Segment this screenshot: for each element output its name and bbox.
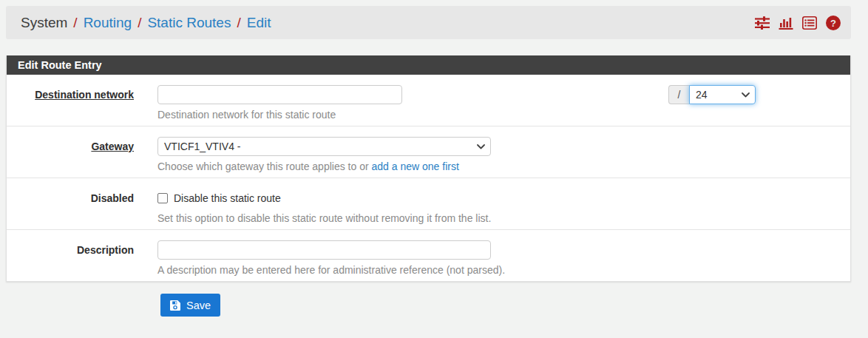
field-row-disabled: Disabled Disable this static route Set t… [7,178,850,229]
bar-chart-icon[interactable] [779,16,793,30]
destination-network-help: Destination network for this static rout… [157,109,850,121]
panel-title: Edit Route Entry [7,55,850,75]
gateway-select[interactable]: VTICF1_VTIV4 - [157,137,491,156]
breadcrumb-separator: / [132,15,147,31]
field-row-gateway: Gateway VTICF1_VTIV4 - Choose which gate… [7,126,850,178]
chevron-down-icon [477,144,485,149]
subnet-mask-value: 24 [696,89,708,101]
save-button[interactable]: Save [160,294,220,317]
disabled-help: Set this option to disable this static r… [157,212,850,224]
save-button-label: Save [186,300,211,311]
description-input[interactable] [157,240,491,260]
gateway-label: Gateway [7,137,157,172]
add-gateway-link[interactable]: add a new one first [372,160,459,172]
disable-route-checkbox-label: Disable this static route [174,189,281,208]
help-icon[interactable]: ? [826,16,841,30]
subnet-mask-select[interactable]: 24 [689,85,756,104]
save-icon [170,300,180,311]
breadcrumb-link-routing[interactable]: Routing [84,15,132,31]
edit-route-entry-panel: Edit Route Entry Destination network / 2… [6,55,851,282]
breadcrumb-separator: / [67,15,83,31]
disabled-label: Disabled [7,189,157,224]
gateway-help-text: Choose which gateway this route applies … [157,160,372,172]
breadcrumb-bar: System / Routing / Static Routes / Edit [6,6,851,39]
breadcrumb: System / Routing / Static Routes / Edit [21,15,271,31]
list-alt-icon[interactable] [802,16,817,30]
description-help: A description may be entered here for ad… [157,264,850,276]
chevron-down-icon [742,92,750,98]
quick-link-icons: ? [755,16,841,30]
gateway-selected-value: VTICF1_VTIV4 - [164,141,240,152]
breadcrumb-separator: / [231,15,246,31]
field-row-description: Description A description may be entered… [7,229,850,281]
subnet-mask-group: / 24 [668,85,756,104]
breadcrumb-system: System [21,15,67,31]
destination-network-label: Destination network [7,85,157,121]
gateway-help: Choose which gateway this route applies … [157,160,850,172]
destination-network-input[interactable] [157,85,402,104]
breadcrumb-link-edit[interactable]: Edit [247,15,271,31]
sliders-icon[interactable] [755,16,770,30]
mask-separator-addon: / [668,85,689,104]
field-row-destination: Destination network / 24 Destination net… [7,75,850,126]
description-label: Description [7,240,157,276]
breadcrumb-link-static-routes[interactable]: Static Routes [147,15,231,31]
svg-text:?: ? [830,17,836,28]
disable-route-checkbox[interactable] [157,193,168,203]
